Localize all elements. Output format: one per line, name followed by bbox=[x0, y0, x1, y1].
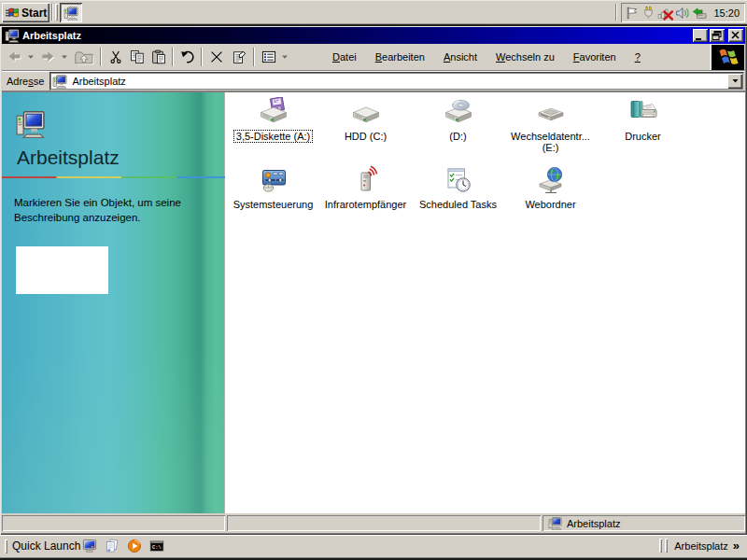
icon-row-2: Systemsteuerung Infrarotempfänger Schedu… bbox=[227, 165, 597, 211]
toolbar-separator bbox=[100, 48, 102, 66]
views-button[interactable] bbox=[258, 47, 279, 67]
desktop-toolbar: Arbeitsplatz » bbox=[659, 539, 740, 553]
unplug-eject-icon[interactable] bbox=[692, 6, 708, 21]
undo-button[interactable] bbox=[176, 47, 198, 67]
web-folders-icon bbox=[536, 165, 566, 195]
icon-systemsteuerung[interactable]: Systemsteuerung bbox=[227, 165, 319, 211]
network-offline-icon[interactable] bbox=[657, 5, 673, 21]
titlebar[interactable]: Arbeitsplatz bbox=[2, 27, 745, 44]
webview-description: Markieren Sie ein Objekt, um seine Besch… bbox=[14, 195, 210, 225]
floppy-drive-icon bbox=[259, 97, 289, 127]
chevron-more-icon[interactable]: » bbox=[733, 539, 740, 553]
views-dropdown[interactable] bbox=[279, 47, 290, 67]
menu-favoriten[interactable]: Favoriten bbox=[564, 49, 626, 65]
volume-icon[interactable] bbox=[675, 6, 690, 21]
webview-preview-box bbox=[16, 246, 108, 294]
chevron-down-icon bbox=[282, 55, 288, 59]
webview-title: Arbeitsplatz bbox=[17, 147, 120, 169]
my-computer-icon bbox=[15, 108, 46, 139]
tray-clock: 15:20 bbox=[710, 7, 741, 19]
show-desktop-icon[interactable] bbox=[82, 539, 97, 553]
paste-button[interactable] bbox=[148, 47, 169, 67]
rainbow-rule bbox=[2, 176, 225, 178]
menu-wechseln-zu[interactable]: Wechseln zu bbox=[486, 49, 564, 65]
chevron-down-icon bbox=[62, 55, 67, 59]
icon-infrarot[interactable]: Infrarotempfänger bbox=[319, 165, 412, 211]
status-pane-2 bbox=[227, 515, 541, 531]
quick-launch-gripper[interactable] bbox=[5, 539, 7, 553]
copy-button[interactable] bbox=[126, 47, 148, 67]
up-button[interactable] bbox=[71, 47, 97, 67]
menu-hilfe[interactable]: ? bbox=[626, 49, 650, 65]
toolbar-gripper[interactable] bbox=[665, 539, 668, 553]
forward-dropdown[interactable] bbox=[59, 47, 69, 67]
icon-cd-d[interactable]: (D:) bbox=[412, 97, 504, 154]
back-button[interactable] bbox=[5, 47, 25, 67]
taskbar-window-button[interactable] bbox=[60, 3, 82, 22]
toolbar-separator bbox=[201, 48, 203, 66]
icon-label: 3,5-Diskette (A:) bbox=[233, 130, 313, 143]
folder-content: Arbeitsplatz Markieren Sie ein Objekt, u… bbox=[2, 91, 745, 513]
my-computer-icon bbox=[548, 516, 562, 530]
quick-launch-label: Quick Launch bbox=[12, 539, 80, 553]
forward-button[interactable] bbox=[38, 47, 59, 67]
icon-hdd-c[interactable]: HDD (C:) bbox=[319, 97, 412, 154]
my-computer-icon bbox=[5, 28, 20, 43]
toolbar-gripper[interactable] bbox=[659, 539, 662, 553]
menu-ansicht[interactable]: Ansicht bbox=[434, 49, 486, 65]
printers-icon bbox=[628, 97, 658, 127]
toolbar: Datei Bearbeiten Ansicht Wechseln zu Fav… bbox=[2, 44, 745, 71]
cut-button[interactable] bbox=[105, 47, 126, 67]
chevron-down-icon bbox=[28, 55, 34, 59]
cd-drive-icon bbox=[444, 97, 473, 127]
start-button[interactable]: Start bbox=[2, 3, 49, 22]
properties-icon bbox=[232, 49, 247, 64]
icon-floppy-a[interactable]: 3,5-Diskette (A:) bbox=[227, 97, 319, 154]
scheduled-tasks-icon bbox=[444, 165, 473, 195]
close-button[interactable] bbox=[728, 29, 743, 42]
desktop-toolbar-label: Arbeitsplatz bbox=[674, 540, 727, 552]
address-label: Adresse bbox=[2, 76, 49, 87]
icon-scheduled-tasks[interactable]: Scheduled Tasks bbox=[412, 165, 504, 211]
removable-drive-icon bbox=[536, 97, 566, 127]
delete-button[interactable] bbox=[205, 47, 227, 67]
status-pane-1 bbox=[2, 515, 225, 531]
menu-bearbeiten[interactable]: Bearbeiten bbox=[366, 49, 434, 65]
menubar: Datei Bearbeiten Ansicht Wechseln zu Fav… bbox=[323, 44, 650, 70]
infrared-icon bbox=[351, 165, 381, 195]
tray-separator bbox=[615, 4, 617, 21]
chevron-down-icon bbox=[732, 78, 739, 83]
taskbar-gripper[interactable] bbox=[55, 4, 58, 21]
address-bar: Adresse Arbeitsplatz bbox=[2, 71, 745, 91]
command-prompt-icon[interactable] bbox=[149, 539, 164, 553]
icon-removable-e[interactable]: Wechseldatentr...(E:) bbox=[504, 97, 597, 154]
status-zone-pane: Arbeitsplatz bbox=[543, 515, 745, 531]
icon-label: Scheduled Tasks bbox=[416, 198, 500, 211]
taskbar-top: Start 15:20 bbox=[0, 0, 747, 26]
restore-button[interactable] bbox=[710, 29, 725, 42]
documents-icon[interactable] bbox=[105, 539, 120, 553]
cut-icon bbox=[108, 49, 123, 64]
toolbar-separator bbox=[172, 48, 174, 66]
paste-icon bbox=[151, 49, 166, 64]
flag-icon[interactable] bbox=[625, 6, 640, 21]
quick-launch-icons bbox=[82, 539, 164, 553]
icon-webordner[interactable]: Webordner bbox=[504, 165, 597, 211]
control-panel-icon bbox=[259, 165, 289, 195]
properties-button[interactable] bbox=[227, 47, 250, 67]
address-value: Arbeitsplatz bbox=[72, 76, 125, 87]
address-dropdown-button[interactable] bbox=[727, 74, 742, 89]
up-folder-icon bbox=[74, 49, 94, 65]
icon-drucker[interactable]: Drucker bbox=[597, 97, 689, 154]
media-player-icon[interactable] bbox=[127, 539, 142, 553]
address-combo[interactable]: Arbeitsplatz bbox=[49, 72, 744, 91]
taskbar-bottom: Quick Launch Arbeitsplatz » bbox=[0, 535, 747, 557]
back-dropdown[interactable] bbox=[25, 47, 35, 67]
copy-icon bbox=[130, 49, 145, 64]
throbber bbox=[710, 44, 744, 70]
minimize-button[interactable] bbox=[693, 29, 708, 42]
power-plug-icon[interactable] bbox=[641, 6, 655, 21]
icon-label: Wechseldatentr...(E:) bbox=[508, 130, 593, 154]
menu-datei[interactable]: Datei bbox=[323, 49, 366, 65]
toolbar-separator bbox=[253, 48, 255, 66]
